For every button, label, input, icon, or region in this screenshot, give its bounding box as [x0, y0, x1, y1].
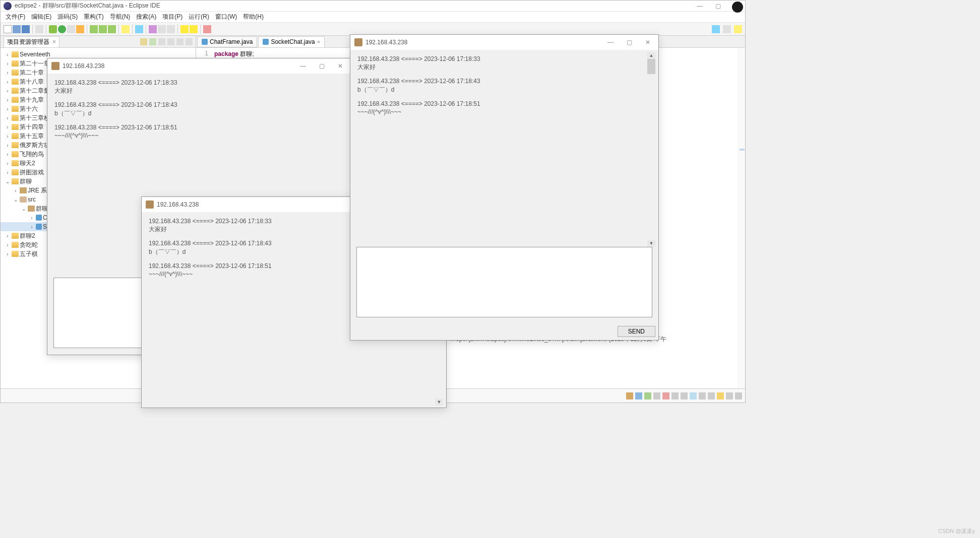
menu-item[interactable]: 文件(F) — [4, 12, 27, 22]
close-button[interactable]: ✕ — [641, 38, 654, 47]
open-console-icon[interactable] — [717, 392, 724, 399]
code: 群聊; — [238, 50, 254, 57]
minimize-button[interactable]: — — [603, 38, 618, 47]
minimize-button[interactable]: — — [694, 3, 706, 10]
menu-item[interactable]: 重构(T) — [82, 12, 105, 22]
perspective-open-icon[interactable] — [723, 25, 731, 33]
tree-twisty-icon[interactable]: › — [29, 224, 35, 230]
tree-twisty-icon[interactable]: › — [5, 52, 11, 57]
javadoc-icon[interactable] — [635, 392, 642, 399]
coverage-icon[interactable] — [67, 25, 75, 33]
tree-twisty-icon[interactable]: › — [5, 88, 11, 94]
save-icon[interactable] — [13, 25, 21, 33]
run-icon[interactable] — [58, 25, 66, 33]
tree-twisty-icon[interactable]: ⌄ — [13, 197, 19, 203]
separator — [46, 25, 46, 34]
close-button[interactable]: ✕ — [334, 61, 347, 71]
explorer-tab[interactable]: 项目资源管理器 × — [4, 36, 59, 47]
maximize-icon[interactable] — [186, 38, 193, 45]
minimize-icon[interactable] — [176, 38, 183, 45]
toggle-breadcrumb-icon[interactable] — [149, 25, 157, 33]
menu-item[interactable]: 搜索(A) — [134, 12, 158, 22]
nav-icon[interactable] — [158, 25, 166, 33]
search-icon[interactable] — [135, 25, 143, 33]
tree-twisty-icon[interactable]: › — [5, 251, 11, 257]
new-package-icon[interactable] — [99, 25, 107, 33]
pin-icon[interactable] — [203, 25, 211, 33]
tree-twisty-icon[interactable]: › — [5, 161, 11, 166]
editor-tab[interactable]: ChatFrame.java — [197, 36, 257, 47]
menu-item[interactable]: 窗口(W) — [213, 12, 239, 22]
tree-twisty-icon[interactable]: › — [13, 188, 19, 193]
tree-twisty-icon[interactable]: › — [5, 97, 11, 103]
new-icon[interactable] — [4, 25, 12, 33]
tree-twisty-icon[interactable]: › — [5, 152, 11, 157]
filter-icon[interactable] — [158, 38, 165, 45]
tree-twisty-icon[interactable]: › — [5, 170, 11, 175]
tree-twisty-icon[interactable]: › — [5, 143, 11, 148]
tree-twisty-icon[interactable]: › — [5, 133, 11, 139]
debug-icon[interactable] — [49, 25, 57, 33]
send-button[interactable]: SEND — [618, 326, 655, 337]
chat-log[interactable]: 192.168.43.238 <====> 2023-12-06 17:18:3… — [353, 52, 655, 247]
tree-twisty-icon[interactable]: › — [5, 242, 11, 248]
menu-item[interactable]: 运行(R) — [187, 12, 211, 22]
maximize-icon[interactable] — [735, 392, 742, 399]
java-file-icon — [263, 39, 269, 45]
menu-item[interactable]: 编辑(E) — [29, 12, 53, 22]
menu-item[interactable]: 帮助(H) — [241, 12, 266, 22]
tree-label: 第十三章校 — [20, 114, 50, 122]
link-editor-icon[interactable] — [149, 38, 156, 45]
chat-titlebar[interactable]: 192.168.43.238 — ▢ ✕ — [350, 35, 658, 50]
tree-twisty-icon[interactable]: › — [5, 233, 11, 239]
open-type-icon[interactable] — [121, 25, 130, 33]
maximize-button[interactable]: ▢ — [623, 38, 636, 47]
view-menu-icon[interactable] — [167, 38, 174, 45]
chat-titlebar[interactable]: 192.168.43.238 — ▢ ✕ — [47, 58, 351, 74]
tree-twisty-icon[interactable]: › — [29, 215, 35, 221]
menu-item[interactable]: 源码(S) — [55, 12, 80, 22]
menu-item[interactable]: 项目(P) — [160, 12, 185, 22]
tree-twisty-icon[interactable]: › — [5, 115, 11, 121]
external-tools-icon[interactable] — [76, 25, 84, 33]
remove-icon[interactable] — [671, 392, 679, 399]
tree-twisty-icon[interactable]: › — [5, 79, 11, 85]
ide-title: eclipse2 - 群聊/src/群聊/SocketChat.java - E… — [15, 2, 160, 10]
new-class-icon[interactable] — [108, 25, 116, 33]
tree-twisty-icon[interactable]: › — [5, 106, 11, 112]
close-icon[interactable]: × — [52, 38, 56, 45]
new-java-icon[interactable] — [90, 25, 98, 33]
collapse-all-icon[interactable] — [140, 38, 147, 45]
maximize-button[interactable]: ▢ — [712, 3, 724, 10]
declaration-icon[interactable] — [644, 392, 651, 399]
tree-twisty-icon[interactable]: › — [5, 70, 11, 76]
quick-access-icon[interactable] — [712, 25, 720, 33]
terminate-icon[interactable] — [662, 392, 669, 399]
scroll-lock-icon[interactable] — [690, 392, 697, 399]
problems-icon[interactable] — [626, 392, 633, 399]
tree-twisty-icon[interactable]: › — [5, 124, 11, 130]
tree-label: 拼图游戏 — [20, 168, 44, 177]
tree-twisty-icon[interactable]: › — [5, 61, 11, 66]
remove-all-icon[interactable] — [681, 392, 688, 399]
menu-item[interactable]: 导航(N) — [108, 12, 133, 22]
close-icon[interactable]: × — [317, 39, 320, 45]
display-icon[interactable] — [708, 392, 715, 399]
minimize-button[interactable]: — — [296, 61, 310, 71]
console-icon[interactable] — [653, 392, 660, 399]
maximize-button[interactable]: ▢ — [315, 61, 329, 71]
pin-console-icon[interactable] — [699, 392, 706, 399]
nav-icon[interactable] — [167, 25, 175, 33]
back-icon[interactable] — [180, 25, 189, 33]
tree-twisty-icon[interactable]: ⌄ — [5, 179, 11, 184]
forward-icon[interactable] — [190, 25, 198, 33]
editor-tab[interactable]: SocketChat.java× — [258, 36, 325, 47]
save-all-icon[interactable] — [22, 25, 30, 33]
undo-icon[interactable] — [35, 25, 43, 33]
minimize-icon[interactable] — [726, 392, 733, 399]
tree-twisty-icon[interactable]: ⌄ — [21, 206, 27, 212]
java-perspective-icon[interactable] — [734, 25, 742, 33]
tree-label: 第十四章 — [20, 123, 44, 131]
scrollbar[interactable]: ▲▼ — [647, 52, 655, 247]
chat-input[interactable] — [356, 247, 652, 317]
